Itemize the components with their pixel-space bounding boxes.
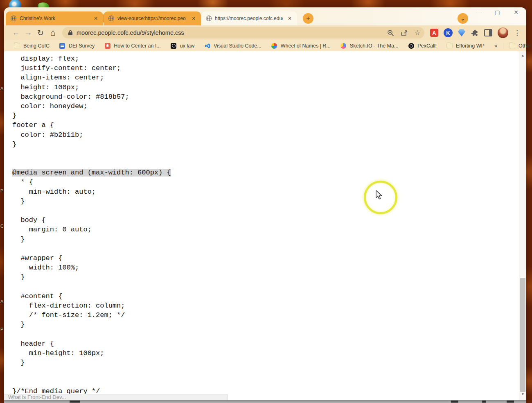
bookmark-label: Visual Studio Code... [214,43,261,49]
bookmarks-overflow-icon[interactable]: » [494,43,497,49]
tab-strip-tabs: Christine's Work✕view-source:https://moo… [6,11,297,25]
side-panel-icon[interactable] [484,29,492,36]
bookmark-label: DEI Survey [69,43,95,49]
bookmark-label: Efforting WP [456,43,485,49]
code-line: height: 100px; [12,83,526,92]
other-bookmarks-button[interactable]: Other bookmarks [509,43,532,49]
browser-toolbar: ← → ↻ ⌂ moorec.people.cofc.edu/9/styleho… [4,25,526,40]
extensions-row: A K ⋮ [428,27,523,38]
bookmarks-right: » Other bookmarks [494,43,532,49]
sketch-bookmark-icon [340,43,347,49]
code-line: min-width: auto; [12,187,526,197]
tab-search-button[interactable]: ⌄ [458,13,468,24]
code-line: min-height: 100px; [12,349,526,358]
tab-active[interactable]: https://moorec.people.cofc.edu/9✕ [201,11,297,25]
acrobat-extension-icon[interactable]: A [430,29,438,37]
window-controls: — ▢ ✕ [475,9,520,16]
bookmark-item[interactable]: PexCall! [408,43,437,49]
folder-bookmark-icon [446,43,453,49]
code-line [12,377,526,386]
bookmark-label: How to Center an I... [114,43,161,49]
tab-title: view-source:https://moorec.peo [117,16,187,21]
code-line: } [12,272,526,282]
profile-avatar[interactable] [498,27,508,38]
mouse-cursor [375,190,384,201]
globe-favicon-icon [108,16,114,21]
code-line [12,244,526,254]
bookmark-label: Wheel of Names | R... [281,43,331,49]
tab-strip: Christine's Work✕view-source:https://moo… [4,7,526,25]
scrollbar-thumb[interactable] [520,278,525,392]
selected-text: @media screen and (max-width: 600px) { [12,169,171,177]
globe-favicon-icon [206,16,212,21]
cam-bookmark-icon [408,43,414,49]
code-line [12,158,526,168]
lock-icon [68,30,73,36]
code-line [12,367,526,377]
scroll-down-icon[interactable]: ▼ [519,392,526,396]
bookmark-item[interactable]: ux law [171,43,194,49]
code-line: width: 100%; [12,263,526,272]
code-line: body { [12,215,526,225]
tab-close-icon[interactable]: ✕ [286,15,293,22]
tab-inactive[interactable]: Christine's Work✕ [6,11,103,25]
omnibox-actions: ☆ [387,29,420,36]
extensions-puzzle-icon[interactable] [471,29,479,37]
back-icon[interactable]: ← [10,27,22,39]
taskbar-fragment [507,401,514,403]
close-window-button[interactable]: ✕ [512,9,520,16]
minimize-button[interactable]: — [475,9,482,16]
share-icon[interactable] [401,29,408,36]
url-text: moorec.people.cofc.edu/9/stylehome.css [77,29,382,36]
code-line: } [12,197,526,206]
home-icon[interactable]: ⌂ [47,27,59,39]
forward-icon[interactable]: → [22,27,34,39]
tab-inactive[interactable]: view-source:https://moorec.peo✕ [104,11,201,25]
tab-close-icon[interactable]: ✕ [92,15,99,22]
other-bookmarks-label: Other bookmarks [518,43,532,49]
page-content[interactable]: display: flex; justify-content: center; … [4,51,526,403]
bookmark-items: Being CofCDEI Survey✱How to Center an I.… [14,43,485,49]
bookmark-label: PexCall! [417,43,437,49]
bookmark-item[interactable]: Being CofC [14,43,50,49]
code-line: display: flex; [12,54,526,63]
bookmark-item[interactable]: Sketch.IO - The Ma... [340,43,399,49]
bookmark-item[interactable]: DEI Survey [59,43,95,49]
code-line: @media screen and (max-width: 600px) { [12,168,526,177]
tab-close-icon[interactable]: ✕ [190,15,197,22]
browser-menu-icon[interactable]: ⋮ [514,29,521,36]
bookmarks-divider [503,43,503,49]
bookmark-item[interactable]: ✱How to Center an I... [104,43,161,49]
code-line: header { [12,339,526,349]
code-line: color: #b2b11b; [12,130,526,140]
bookmark-item[interactable]: Visual Studio Code... [204,43,261,49]
kami-extension-icon[interactable]: K [444,28,453,37]
zoom-icon[interactable] [387,29,394,36]
address-bar[interactable]: moorec.people.cofc.edu/9/stylehome.css ☆ [62,27,424,38]
code-line [12,206,526,215]
code-line: #content { [12,292,526,301]
gem-extension-icon[interactable] [458,29,465,36]
taskbar-fragment [70,401,80,403]
status-bubble: What is Front-End Dev... [4,394,228,400]
bookmark-star-icon[interactable]: ☆ [415,29,420,36]
code-line: } [12,140,526,149]
code-line: } [12,111,526,120]
code-line: } [12,320,526,329]
red-bookmark-icon: ✱ [104,43,110,49]
bookmark-item[interactable]: Efforting WP [446,43,485,49]
maximize-button[interactable]: ▢ [494,9,501,16]
code-line: align-items: center; [12,73,526,82]
reload-icon[interactable]: ↻ [34,27,47,39]
code-line [12,149,526,158]
browser-window: Christine's Work✕view-source:https://moo… [4,7,526,403]
vertical-scrollbar[interactable]: ▲ ▼ [519,51,526,400]
black-bookmark-icon [171,43,177,49]
new-tab-button[interactable]: + [303,13,313,24]
vscode-bookmark-icon [204,43,210,49]
tab-title: https://moorec.people.cofc.edu/9 [215,16,283,21]
css-source-text: display: flex; justify-content: center; … [4,51,526,396]
code-line: footer a { [12,120,526,130]
bookmark-item[interactable]: Wheel of Names | R... [271,43,331,49]
scroll-up-icon[interactable]: ▲ [519,54,526,57]
